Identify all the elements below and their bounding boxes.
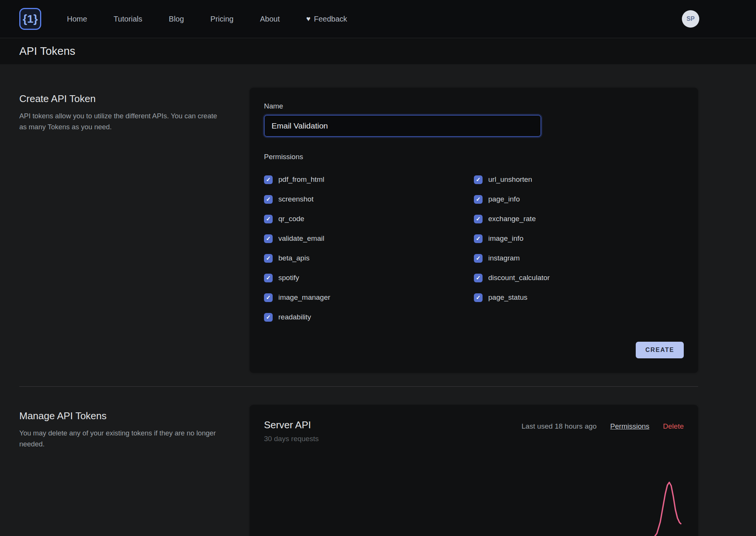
permission-label: pdf_from_html [278, 175, 324, 184]
token-permissions-link[interactable]: Permissions [610, 422, 649, 431]
permission-row[interactable]: ✓ qr_code [264, 213, 474, 225]
manage-api-tokens-section: Manage API Tokens You may delete any of … [19, 405, 698, 536]
create-card-actions: CREATE [264, 342, 684, 358]
permission-row[interactable]: ✓ beta_apis [264, 253, 474, 264]
permission-label: exchange_rate [488, 215, 536, 223]
create-section-intro: Create API Token API tokens allow you to… [19, 88, 225, 132]
nav-item-label: About [260, 15, 279, 23]
permission-label: page_info [488, 195, 520, 203]
permission-label: discount_calculator [488, 274, 550, 282]
permissions-column-right: ✓ url_unshorten ✓ page_info ✓ exchange_r… [474, 166, 684, 323]
permission-row[interactable]: ✓ exchange_rate [474, 213, 684, 225]
token-subtitle: 30 days requests [264, 435, 319, 443]
nav-item-label: Tutorials [113, 15, 142, 23]
checkbox-checked-icon[interactable]: ✓ [264, 254, 273, 263]
permission-row[interactable]: ✓ page_status [474, 292, 684, 303]
permission-label: validate_email [278, 234, 324, 243]
create-section-title: Create API Token [19, 93, 225, 105]
checkbox-checked-icon[interactable]: ✓ [264, 234, 273, 243]
checkbox-checked-icon[interactable]: ✓ [474, 215, 483, 223]
permission-label: beta_apis [278, 254, 309, 262]
permission-label: readability [278, 313, 311, 321]
checkbox-checked-icon[interactable]: ✓ [264, 313, 273, 322]
name-field-label: Name [264, 102, 684, 110]
chart-usage-line [650, 482, 681, 536]
checkbox-checked-icon[interactable]: ✓ [474, 175, 483, 184]
nav-item-label: Pricing [210, 15, 233, 23]
nav-item-label: Home [67, 15, 87, 23]
manage-section-title: Manage API Tokens [19, 410, 225, 422]
create-token-card: Name Permissions ✓ pdf_from_html ✓ scree… [250, 88, 698, 373]
top-navbar: {1} Home Tutorials Blog Pricing About ♥ … [0, 0, 756, 38]
create-section-description: API tokens allow you to utilize the diff… [19, 111, 220, 132]
token-meta: Last used 18 hours ago Permissions Delet… [522, 419, 684, 431]
nav-links: Home Tutorials Blog Pricing About ♥ Feed… [67, 15, 347, 23]
permissions-column-left: ✓ pdf_from_html ✓ screenshot ✓ qr_code ✓… [264, 166, 474, 323]
permission-row[interactable]: ✓ readability [264, 311, 474, 323]
permission-row[interactable]: ✓ page_info [474, 194, 684, 205]
token-last-used: Last used 18 hours ago [522, 422, 597, 431]
permission-label: image_manager [278, 293, 330, 302]
checkbox-checked-icon[interactable]: ✓ [474, 293, 483, 302]
main-content: Create API Token API tokens allow you to… [0, 64, 756, 536]
checkbox-checked-icon[interactable]: ✓ [474, 234, 483, 243]
permission-row[interactable]: ✓ image_manager [264, 292, 474, 303]
checkbox-checked-icon[interactable]: ✓ [474, 274, 483, 282]
permission-row[interactable]: ✓ screenshot [264, 194, 474, 205]
nav-item-tutorials[interactable]: Tutorials [113, 15, 142, 23]
nav-item-label: Blog [169, 15, 184, 23]
nav-item-blog[interactable]: Blog [169, 15, 184, 23]
permission-row[interactable]: ✓ instagram [474, 253, 684, 264]
permission-label: spotify [278, 274, 299, 282]
permission-row[interactable]: ✓ url_unshorten [474, 174, 684, 185]
token-identity: Server API 30 days requests [264, 419, 319, 443]
heart-icon: ♥ [306, 15, 310, 23]
nav-item-about[interactable]: About [260, 15, 279, 23]
permission-row[interactable]: ✓ pdf_from_html [264, 174, 474, 185]
permission-row[interactable]: ✓ image_info [474, 233, 684, 244]
nav-item-feedback[interactable]: ♥ Feedback [306, 15, 347, 23]
nav-item-home[interactable]: Home [67, 15, 87, 23]
checkbox-checked-icon[interactable]: ✓ [474, 195, 483, 204]
checkbox-checked-icon[interactable]: ✓ [264, 175, 273, 184]
section-divider [19, 386, 698, 387]
token-name: Server API [264, 419, 319, 431]
permission-label: screenshot [278, 195, 314, 203]
manage-section-intro: Manage API Tokens You may delete any of … [19, 405, 225, 449]
checkbox-checked-icon[interactable]: ✓ [264, 215, 273, 223]
permission-label: qr_code [278, 215, 304, 223]
permission-label: url_unshorten [488, 175, 532, 184]
token-name-input[interactable] [264, 115, 541, 137]
permissions-label: Permissions [264, 153, 684, 161]
page-title: API Tokens [19, 45, 75, 57]
checkbox-checked-icon[interactable]: ✓ [264, 195, 273, 204]
avatar[interactable]: SP [682, 10, 699, 28]
app-logo[interactable]: {1} [19, 8, 41, 30]
create-api-token-section: Create API Token API tokens allow you to… [19, 88, 698, 373]
checkbox-checked-icon[interactable]: ✓ [264, 293, 273, 302]
checkbox-checked-icon[interactable]: ✓ [264, 274, 273, 282]
nav-item-label: Feedback [314, 15, 347, 23]
create-button[interactable]: CREATE [636, 342, 684, 358]
token-delete-link[interactable]: Delete [663, 422, 684, 431]
nav-item-pricing[interactable]: Pricing [210, 15, 233, 23]
token-card-header: Server API 30 days requests Last used 18… [264, 419, 684, 443]
manage-section-description: You may delete any of your existing toke… [19, 428, 220, 449]
permission-label: page_status [488, 293, 528, 302]
permission-label: image_info [488, 234, 523, 243]
usage-line-chart [264, 460, 684, 536]
checkbox-checked-icon[interactable]: ✓ [474, 254, 483, 263]
token-card: Server API 30 days requests Last used 18… [250, 405, 698, 536]
permission-row[interactable]: ✓ spotify [264, 272, 474, 283]
permission-row[interactable]: ✓ discount_calculator [474, 272, 684, 283]
page-header: API Tokens [0, 38, 756, 64]
permission-row[interactable]: ✓ validate_email [264, 233, 474, 244]
permission-label: instagram [488, 254, 520, 262]
permissions-grid: ✓ pdf_from_html ✓ screenshot ✓ qr_code ✓… [264, 166, 684, 323]
